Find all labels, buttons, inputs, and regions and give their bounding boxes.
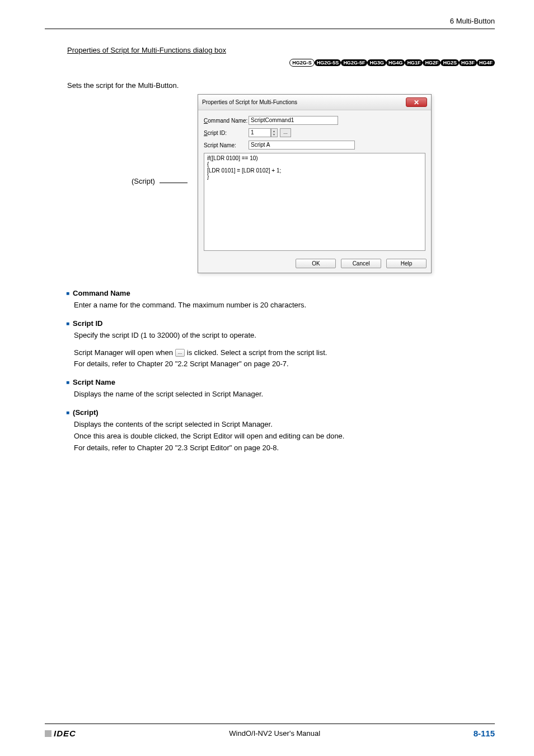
label-script-name: Script Name: — [204, 142, 249, 148]
dialog-titlebar: Properties of Script for Multi-Functions… — [198, 95, 431, 110]
model-badge: HG2S — [441, 59, 459, 66]
help-button[interactable]: Help — [386, 259, 427, 268]
model-badge: HG4G — [386, 59, 405, 66]
label-script-id: Script ID: — [204, 130, 249, 136]
model-badge: HG2G-5S — [315, 59, 341, 66]
close-icon[interactable]: ✕ — [406, 97, 427, 107]
section-line: Enter a name for the command. The maximu… — [74, 300, 495, 311]
ok-button[interactable]: OK — [296, 259, 336, 268]
doc-section: ■(Script)Displays the contents of the sc… — [66, 408, 495, 454]
doc-section: ■Script NameDisplays the name of the scr… — [66, 378, 495, 400]
section-heading: ■(Script) — [66, 408, 495, 417]
page-footer: IDEC WindO/I-NV2 User's Manual 8-115 — [45, 724, 495, 738]
section-body: Enter a name for the command. The maximu… — [74, 300, 495, 311]
doc-section: ■Script IDSpecify the script ID (1 to 32… — [66, 319, 495, 370]
section-body: Displays the contents of the script sele… — [74, 419, 495, 454]
header-section: 6 Multi-Button — [45, 17, 495, 29]
model-badge: HG3G — [367, 59, 386, 66]
label-command-name: Command Name: — [204, 118, 249, 124]
dialog-title-text: Properties of Script for Multi-Functions — [202, 99, 297, 105]
brand-logo: IDEC — [45, 729, 76, 738]
input-command-name[interactable]: ScriptCommand1 — [249, 116, 338, 125]
callout-script: (Script) — [132, 177, 155, 185]
input-script-id[interactable]: 1 — [249, 128, 271, 137]
cancel-button[interactable]: Cancel — [341, 259, 381, 268]
bullet-icon: ■ — [66, 290, 69, 296]
section-line: Script Manager will open when ... is cli… — [74, 347, 495, 359]
section-line: For details, refer to Chapter 20 "2.2 Sc… — [74, 358, 495, 370]
section-body: Displays the name of the script selected… — [74, 389, 495, 400]
section-heading: ■Command Name — [66, 289, 495, 297]
callout-line — [160, 183, 188, 183]
script-textarea[interactable]: if([LDR 0100] == 10) { [LDR 0101] = [LDR… — [204, 153, 425, 251]
model-badge: HG2G-5F — [341, 59, 367, 66]
manual-title: WindO/I-NV2 User's Manual — [229, 729, 320, 738]
section-line: Displays the contents of the script sele… — [74, 419, 495, 431]
browse-script-button[interactable]: ... — [280, 128, 291, 137]
header-rule — [45, 29, 495, 29]
page-number: 8-115 — [474, 729, 495, 738]
section-line: Displays the name of the script selected… — [74, 389, 495, 400]
script-id-spin[interactable] — [271, 128, 278, 137]
section-heading: ■Script ID — [66, 319, 495, 328]
doc-section: ■Command NameEnter a name for the comman… — [66, 289, 495, 311]
model-badge: HG4F — [477, 59, 495, 66]
bullet-icon: ■ — [66, 379, 69, 385]
model-badge: HG2F — [423, 59, 441, 66]
section-title: Properties of Script for Multi-Functions… — [67, 46, 495, 54]
section-line: Specify the script ID (1 to 32000) of th… — [74, 330, 495, 342]
browse-icon-button[interactable]: ... — [175, 349, 185, 357]
dialog-properties: Properties of Script for Multi-Functions… — [198, 94, 432, 273]
model-badges: HG2G-SHG2G-5SHG2G-5FHG3GHG4GHG1FHG2FHG2S… — [45, 57, 495, 67]
input-script-name[interactable]: Script A — [249, 141, 355, 150]
section-heading: ■Script Name — [66, 378, 495, 386]
intro-text: Sets the script for the Multi-Button. — [67, 81, 495, 90]
section-line: Once this area is double clicked, the Sc… — [74, 431, 495, 442]
model-badge: HG3F — [459, 59, 477, 66]
bullet-icon: ■ — [66, 409, 69, 416]
section-line: For details, refer to Chapter 20 "2.3 Sc… — [74, 442, 495, 454]
brand-mark-icon — [45, 730, 51, 737]
bullet-icon: ■ — [66, 320, 69, 326]
section-body: Specify the script ID (1 to 32000) of th… — [74, 330, 495, 370]
model-badge: HG2G-S — [289, 59, 315, 67]
model-badge: HG1F — [405, 59, 423, 66]
